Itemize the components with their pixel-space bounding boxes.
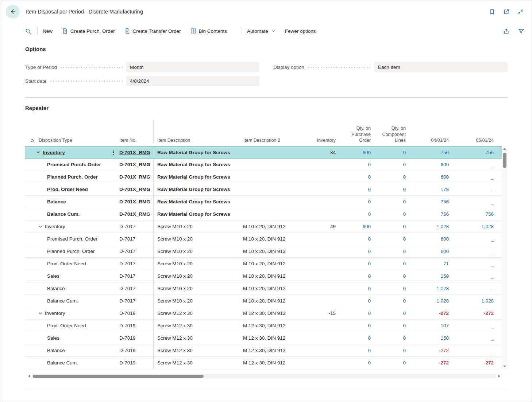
filter-icon[interactable] (518, 28, 524, 34)
chevron-down-icon[interactable] (36, 150, 41, 155)
bookmark-icon[interactable] (489, 9, 495, 15)
item-no-link[interactable]: D-7019 (119, 360, 135, 366)
period-1-cell[interactable]: 756 (411, 211, 454, 217)
table-row[interactable]: Balance Cum.D-701X_RMGRaw Material Group… (25, 208, 502, 220)
item-no-link[interactable]: D-7019 (119, 348, 135, 353)
table-row[interactable]: Prod. Order NeedD-7017Screw M10 x 20M 10… (25, 258, 502, 270)
period-1-cell[interactable]: 150 (411, 335, 454, 341)
item-no-link[interactable]: D-701X_RMG (119, 199, 150, 204)
period-1-cell[interactable]: -272 (411, 360, 454, 366)
qty-component-lines-cell[interactable]: 0 (376, 261, 411, 266)
qty-component-lines-cell[interactable]: 0 (376, 273, 411, 279)
period-1-cell[interactable]: 756 (411, 150, 454, 155)
item-no-link[interactable]: D-7017 (119, 249, 135, 254)
column-header-period-1[interactable]: 04/01/24 (411, 137, 454, 143)
qty-component-lines-cell[interactable]: 0 (376, 298, 411, 304)
qty-purchase-order-cell[interactable]: 0 (341, 187, 376, 192)
disposition-type-label[interactable]: Inventory (43, 150, 65, 155)
qty-component-lines-cell[interactable]: 0 (376, 236, 411, 242)
qty-purchase-order-cell[interactable]: 0 (341, 261, 376, 266)
item-no-link[interactable]: D-7017 (119, 286, 135, 291)
qty-purchase-order-cell[interactable]: 0 (341, 236, 376, 242)
column-header-item-description-2[interactable]: Item Description 2 (240, 137, 309, 143)
table-row[interactable]: BalanceD-7017Screw M10 x 20M 10 x 20, DI… (25, 282, 502, 295)
item-no-link[interactable]: D-701X_RMG (119, 150, 150, 155)
create-transfer-order-button[interactable]: Create Transfer Order (124, 28, 181, 34)
share-icon[interactable] (503, 28, 509, 34)
vertical-scrollbar[interactable] (502, 146, 508, 369)
item-no-link[interactable]: D-7017 (119, 273, 135, 279)
period-1-cell[interactable]: 1,028 (411, 286, 454, 291)
new-button[interactable]: New (43, 28, 53, 34)
chevron-down-icon[interactable] (38, 225, 43, 229)
chevron-down-icon[interactable] (38, 311, 43, 316)
qty-component-lines-cell[interactable]: 0 (376, 174, 411, 180)
disposition-type-label[interactable]: Inventory (45, 224, 65, 229)
scroll-down-arrow-icon[interactable] (503, 366, 506, 367)
period-1-cell[interactable]: 756 (411, 199, 454, 204)
item-no-link[interactable]: D-701X_RMG (119, 162, 150, 167)
table-row[interactable]: Prod. Order NeedD-7019Screw M12 x 30M 12… (25, 320, 502, 332)
qty-purchase-order-cell[interactable]: 0 (341, 249, 376, 254)
period-1-cell[interactable]: 178 (411, 187, 454, 192)
qty-component-lines-cell[interactable]: 0 (376, 199, 411, 204)
qty-component-lines-cell[interactable]: 0 (376, 249, 411, 254)
vertical-scrollbar-thumb[interactable] (503, 153, 506, 168)
item-no-link[interactable]: D-7019 (119, 335, 135, 341)
scroll-left-arrow-icon[interactable] (28, 375, 30, 378)
period-2-cell[interactable]: 756 (454, 211, 502, 217)
period-1-cell[interactable]: 107 (411, 323, 454, 328)
item-no-link[interactable]: D-701X_RMG (119, 211, 150, 217)
qty-purchase-order-cell[interactable]: 600 (341, 150, 376, 155)
item-no-link[interactable]: D-7019 (119, 311, 135, 316)
table-row[interactable]: SalesD-7019Screw M12 x 30M 12 x 30, DIN … (25, 332, 502, 344)
qty-purchase-order-cell[interactable]: 0 (341, 323, 376, 328)
qty-purchase-order-cell[interactable]: 0 (341, 286, 376, 291)
open-in-new-window-icon[interactable] (503, 9, 509, 15)
table-row[interactable]: InventoryD-7019Screw M12 x 30M 12 x 30, … (25, 307, 502, 320)
period-2-cell[interactable]: -272 (454, 360, 502, 366)
qty-component-lines-cell[interactable]: 0 (376, 286, 411, 291)
start-date-input[interactable] (126, 76, 259, 86)
item-no-link[interactable]: D-7019 (119, 323, 135, 328)
period-1-cell[interactable]: 600 (411, 236, 454, 242)
table-row[interactable]: Balance Cum.D-7019Screw M12 x 30M 12 x 3… (25, 357, 502, 369)
disposition-type-label[interactable]: Inventory (45, 311, 65, 316)
column-header-period-2[interactable]: 05/01/24 (454, 137, 502, 143)
column-header-disposition-type[interactable]: Disposition Type (25, 137, 116, 143)
item-no-link[interactable]: D-701X_RMG (119, 187, 150, 192)
item-no-link[interactable]: D-7017 (119, 261, 135, 266)
automate-menu-button[interactable]: Automate (247, 28, 275, 34)
bin-contents-button[interactable]: Bin Contents (190, 28, 227, 34)
period-1-cell[interactable]: -272 (411, 348, 454, 353)
qty-purchase-order-cell[interactable]: 0 (341, 162, 376, 167)
column-header-qty-component-lines[interactable]: Qty. on Component Lines (376, 125, 411, 143)
qty-purchase-order-cell[interactable]: 0 (341, 335, 376, 341)
back-button[interactable] (6, 5, 20, 19)
qty-purchase-order-cell[interactable]: 0 (341, 360, 376, 366)
period-1-cell[interactable]: -272 (411, 311, 454, 316)
qty-purchase-order-cell[interactable]: 0 (341, 273, 376, 279)
qty-component-lines-cell[interactable]: 0 (376, 224, 411, 229)
qty-purchase-order-cell[interactable]: 0 (341, 174, 376, 180)
period-1-cell[interactable]: 600 (411, 249, 454, 254)
scroll-right-arrow-icon[interactable] (498, 375, 500, 378)
qty-component-lines-cell[interactable]: 0 (376, 360, 411, 366)
period-1-cell[interactable]: 600 (411, 162, 454, 167)
item-no-link[interactable]: D-7017 (119, 236, 135, 242)
qty-purchase-order-cell[interactable]: 0 (341, 211, 376, 217)
table-row[interactable]: Planned Purch. OrderD-701X_RMGRaw Materi… (25, 171, 502, 183)
display-option-input[interactable] (374, 62, 508, 72)
period-1-cell[interactable]: 600 (411, 174, 454, 180)
qty-purchase-order-cell[interactable]: 0 (341, 298, 376, 304)
period-2-cell[interactable]: 1,028 (454, 298, 502, 304)
period-2-cell[interactable]: 1,028 (454, 224, 502, 229)
period-2-cell[interactable]: 756 (454, 150, 502, 155)
period-1-cell[interactable]: 1,028 (411, 224, 454, 229)
period-1-cell[interactable]: 71 (411, 261, 454, 266)
horizontal-scrollbar[interactable] (25, 374, 502, 379)
period-2-cell[interactable]: -272 (454, 311, 502, 316)
type-of-period-input[interactable] (126, 62, 259, 72)
qty-component-lines-cell[interactable]: 0 (376, 211, 411, 217)
column-header-inventory[interactable]: Inventory (309, 137, 341, 143)
